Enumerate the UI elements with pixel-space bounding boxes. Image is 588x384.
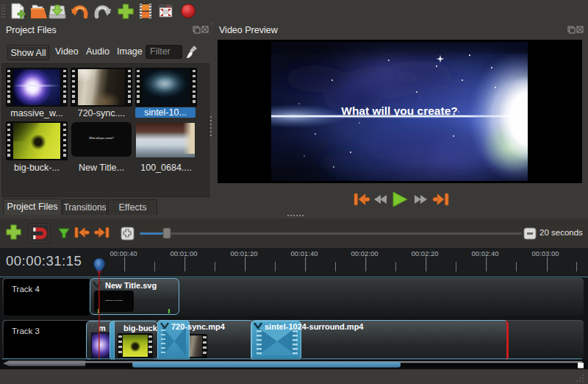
svg-text:00:01:20: 00:01:20 [231,249,258,257]
svg-text:00:03:00: 00:03:00 [532,249,559,257]
svg-text:00:01:00: 00:01:00 [171,249,198,257]
svg-text:00:01:40: 00:01:40 [291,249,318,257]
svg-text:00:02:40: 00:02:40 [472,249,499,257]
svg-text:00:02:00: 00:02:00 [351,249,379,257]
svg-text:What will you create?: What will you create? [341,104,457,117]
svg-text:00:00:40: 00:00:40 [110,249,137,257]
svg-text:00:02:20: 00:02:20 [412,249,439,257]
